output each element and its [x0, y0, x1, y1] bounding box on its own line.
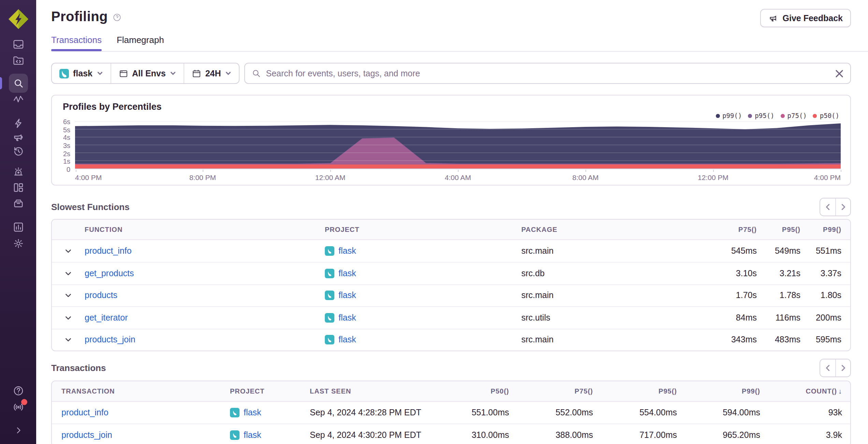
function-link[interactable]: products: [85, 291, 117, 300]
project-link[interactable]: flask: [338, 335, 356, 345]
chart-title: Profiles by Percentiles: [63, 102, 162, 112]
projects-icon[interactable]: [12, 55, 24, 67]
project-link[interactable]: flask: [338, 246, 356, 256]
col-project: PROJECT: [230, 387, 310, 395]
percentiles-area-chart[interactable]: [75, 121, 841, 169]
chart-legend[interactable]: p99()p95()p75()p50(): [715, 112, 839, 119]
table-row: product_info flask src.main 545ms 549ms …: [52, 240, 850, 262]
clear-search-icon[interactable]: [835, 69, 844, 78]
project-link[interactable]: flask: [338, 291, 356, 300]
legend-dot: [781, 114, 785, 118]
p95-value: 717.00ms: [593, 430, 677, 440]
performance-icon[interactable]: [12, 93, 24, 106]
transaction-link[interactable]: products_join: [61, 430, 112, 440]
x-tick-label: 4:00 PM: [814, 173, 841, 181]
transaction-link[interactable]: product_info: [61, 408, 108, 417]
expand-row-button[interactable]: [52, 247, 85, 255]
tab-divider: [51, 51, 868, 52]
function-link[interactable]: get_products: [85, 269, 134, 278]
prev-page-button[interactable]: [820, 360, 835, 377]
transactions-table: TRANSACTION PROJECT LAST SEEN P50() P75(…: [51, 381, 851, 444]
p75-value: 1.70s: [689, 291, 757, 300]
notification-dot: [21, 399, 27, 405]
expand-row-button[interactable]: [52, 269, 85, 278]
x-axis-labels: 4:00 PM8:00 PM12:00 AM4:00 AM8:00 AM12:0…: [75, 173, 841, 182]
project-link[interactable]: flask: [338, 313, 356, 323]
p95-value: 3.21s: [757, 269, 800, 278]
p99-value: 551ms: [800, 246, 841, 256]
y-tick-label: 5s: [52, 126, 70, 133]
feedback-megaphone-icon[interactable]: [12, 131, 24, 143]
next-page-button[interactable]: [835, 360, 850, 377]
legend-item[interactable]: p95(): [748, 112, 774, 119]
search-bar: [244, 63, 851, 84]
expand-row-button[interactable]: [52, 336, 85, 344]
y-tick-label: 0: [52, 166, 70, 173]
p75-value: 388.00ms: [509, 430, 593, 440]
settings-gear-icon[interactable]: [12, 237, 24, 250]
lightning-icon[interactable]: [12, 117, 24, 130]
col-last-seen: LAST SEEN: [310, 387, 424, 395]
flask-project-icon: [325, 291, 334, 300]
legend-dot: [715, 114, 720, 118]
replays-clock-icon[interactable]: [12, 145, 24, 158]
tab-transactions[interactable]: Transactions: [51, 35, 102, 51]
date-range-filter[interactable]: 24H: [184, 63, 239, 83]
alerts-siren-icon[interactable]: [12, 166, 24, 178]
slowest-functions-pager: [820, 197, 851, 216]
function-link[interactable]: get_iterator: [85, 313, 128, 323]
p95-value: 549ms: [757, 246, 800, 256]
p50-value: 310.00ms: [424, 430, 509, 440]
project-link[interactable]: flask: [244, 408, 261, 417]
collapse-chevron-icon[interactable]: [12, 424, 24, 436]
legend-dot: [813, 114, 817, 118]
search-icon[interactable]: [9, 74, 28, 93]
legend-item[interactable]: p75(): [781, 112, 807, 119]
project-link[interactable]: flask: [338, 269, 356, 278]
function-link[interactable]: products_join: [85, 335, 135, 345]
p95-value: 483ms: [757, 335, 800, 345]
p99-value: 200ms: [800, 313, 841, 323]
p75-value: 343ms: [689, 335, 757, 345]
table-row: products_join flask Sep 4, 2024 4:30:20 …: [52, 424, 850, 444]
p95-value: 1.78s: [757, 291, 800, 300]
chevron-down-icon: [170, 70, 176, 76]
expand-row-button[interactable]: [52, 314, 85, 322]
sentry-logo[interactable]: [7, 8, 29, 30]
col-p95: P95(): [757, 226, 800, 233]
col-count[interactable]: COUNT()↓: [760, 387, 842, 395]
tab-flamegraph[interactable]: Flamegraph: [117, 35, 164, 51]
legend-item[interactable]: p99(): [715, 112, 742, 119]
col-p75: P75(): [689, 226, 757, 233]
releases-icon[interactable]: [12, 197, 24, 209]
col-package: PACKAGE: [521, 226, 689, 233]
x-tick-label: 4:00 AM: [445, 173, 471, 181]
dashboards-icon[interactable]: [12, 181, 24, 194]
flask-project-icon: [230, 430, 240, 440]
flask-project-icon: [59, 69, 69, 78]
megaphone-icon: [768, 13, 779, 23]
next-page-button[interactable]: [835, 198, 850, 215]
stats-icon[interactable]: [12, 221, 24, 233]
p99-value: 965.20ms: [677, 430, 760, 440]
give-feedback-button[interactable]: Give Feedback: [760, 9, 851, 27]
help-icon[interactable]: [12, 385, 24, 397]
function-link[interactable]: product_info: [85, 246, 132, 256]
environment-filter[interactable]: All Envs: [110, 63, 184, 83]
prev-page-button[interactable]: [820, 198, 835, 215]
search-input[interactable]: [245, 63, 850, 83]
expand-row-button[interactable]: [52, 292, 85, 300]
help-circle-icon[interactable]: [113, 12, 121, 21]
package-cell: src.main: [521, 246, 689, 256]
legend-item[interactable]: p50(): [813, 112, 839, 119]
table-header: TRANSACTION PROJECT LAST SEEN P50() P75(…: [52, 381, 850, 402]
flask-project-icon: [325, 313, 334, 323]
profiles-chart-panel: Profiles by Percentiles p99()p95()p75()p…: [51, 95, 851, 186]
chevron-down-icon: [225, 70, 231, 76]
p75-value: 3.10s: [689, 269, 757, 278]
table-header: FUNCTION PROJECT PACKAGE P75() P95() P99…: [52, 220, 850, 240]
y-tick-label: 1s: [52, 158, 70, 165]
project-filter[interactable]: flask: [52, 63, 110, 83]
project-link[interactable]: flask: [244, 430, 261, 440]
issues-icon[interactable]: [12, 38, 24, 50]
